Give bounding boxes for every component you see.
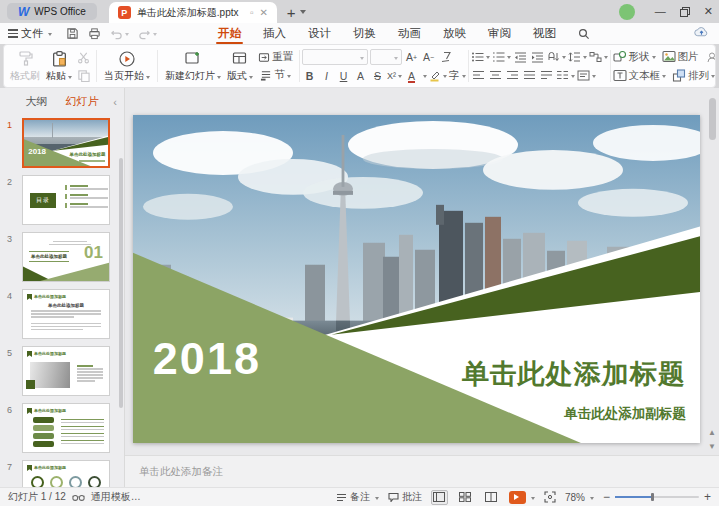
template-name[interactable]: 通用模板… [91,490,141,504]
tab-outline[interactable]: 大纲 [26,94,48,109]
underline-button[interactable]: U [336,68,351,83]
slide-sorter-view-button[interactable] [457,490,474,505]
clear-format-button[interactable] [438,50,453,65]
line-spacing-button[interactable] [568,49,587,64]
font-color-caret-icon[interactable] [423,75,427,80]
tab-slides[interactable]: 幻灯片 [66,94,99,109]
slide-thumbnail-6[interactable]: 6 单击此处添加标题 [22,403,110,453]
slide-thumbnail-7[interactable]: 7 单击此处添加标题 [22,460,110,487]
notes-area[interactable]: 单击此处添加备注 [125,455,719,487]
print-icon[interactable] [88,27,101,40]
font-color-button[interactable]: A [404,68,419,83]
justify-button[interactable] [522,68,537,83]
align-center-button[interactable] [488,68,503,83]
highlight-color-button[interactable] [429,68,447,83]
tab-transition[interactable]: 切换 [353,23,376,44]
cloud-sync-icon[interactable] [694,26,709,38]
slide-thumbnail-1[interactable]: 1 2018 单击此处添加标题 [22,118,110,168]
align-left-button[interactable] [471,68,486,83]
symbol-button[interactable] [705,49,717,64]
normal-view-button[interactable] [431,490,448,505]
bullet-list-button[interactable] [471,49,490,64]
thumbnail-art[interactable]: 单击此处添加标题 [22,346,110,396]
columns-button[interactable] [556,68,575,83]
character-border-button[interactable]: A [353,68,368,83]
play-from-current-button[interactable]: 当页开始 [101,47,153,85]
notes-toggle[interactable]: 备注 [336,490,379,504]
tab-home[interactable]: 开始 [218,23,241,44]
slide-thumbnail-4[interactable]: 4 单击此处添加标题 单击此处添加标题 [22,289,110,339]
zoom-out-button[interactable]: − [603,492,610,502]
italic-button[interactable]: I [319,68,334,83]
convert-smartart-button[interactable] [589,49,608,64]
thumbnail-art[interactable]: 2018 单击此处添加标题 [22,118,110,168]
reset-slide-button[interactable]: 重置 [258,50,293,65]
slide-title-placeholder[interactable]: 单击此处添加标题 [462,356,686,392]
close-button[interactable]: ✕ [704,6,713,17]
textbox-button[interactable]: 文本框 [613,68,667,83]
text-align-box-button[interactable] [577,68,596,83]
phonetic-guide-button[interactable]: 字 [449,68,466,83]
bold-button[interactable]: B [302,68,317,83]
text-direction-button[interactable] [547,49,566,64]
cut-button[interactable] [77,49,90,65]
reading-view-button[interactable] [483,490,500,505]
save-icon[interactable] [66,27,79,40]
decrease-indent-button[interactable] [513,49,528,64]
undo-button[interactable] [110,28,129,40]
shapes-button[interactable]: 形状 [613,49,656,64]
tab-design[interactable]: 设计 [308,23,331,44]
previous-slide-button[interactable]: ▲ [707,427,717,437]
copy-button[interactable] [77,67,90,83]
slide-thumbnail-2[interactable]: 2 目录 [22,175,110,225]
search-icon[interactable] [578,28,590,40]
sidebar-scrollbar[interactable] [119,158,123,408]
tab-preview-icon[interactable]: ▫ [250,8,254,18]
app-home-tab[interactable]: W WPS Office [7,3,97,20]
slide-thumbnail-3[interactable]: 3 单击此处添加标题 01 [22,232,110,282]
comments-toggle[interactable]: 批注 [388,490,422,504]
font-family-select[interactable] [302,49,368,65]
canvas-scrollbar[interactable] [709,98,716,140]
next-slide-button[interactable]: ▼ [707,441,717,451]
tab-slideshow[interactable]: 放映 [443,23,466,44]
slide-thumbnail-5[interactable]: 5 单击此处添加标题 [22,346,110,396]
restore-button[interactable] [680,7,690,17]
distribute-text-button[interactable] [539,68,554,83]
section-button[interactable]: 节 [258,68,293,83]
year-text[interactable]: 2018 [153,333,261,385]
account-avatar[interactable] [619,4,635,20]
file-menu[interactable]: 文件 [8,26,52,41]
new-slide-button[interactable]: 新建幻灯片 [162,47,224,85]
slide-subtitle-placeholder[interactable]: 单击此处添加副标题 [564,405,686,423]
increase-font-button[interactable]: A+ [404,50,419,65]
template-theme-icon[interactable] [72,493,85,502]
tab-insert[interactable]: 插入 [263,23,286,44]
layout-button[interactable]: 版式 [224,47,256,85]
new-tab-button[interactable]: + [287,7,296,19]
zoom-in-button[interactable]: + [704,492,711,502]
minimize-button[interactable]: — [655,6,666,17]
play-slideshow-button[interactable] [509,491,535,504]
superscript-button[interactable]: X² [387,68,402,83]
arrange-button[interactable]: 排列 [672,68,715,83]
thumbnail-art[interactable]: 单击此处添加标题 [22,460,110,487]
decrease-font-button[interactable]: A− [421,50,436,65]
collapse-panel-icon[interactable]: ‹ [113,96,117,108]
zoom-slider-handle[interactable] [651,493,654,501]
tab-list-caret-icon[interactable] [300,10,306,17]
increase-indent-button[interactable] [530,49,545,64]
numbered-list-button[interactable] [492,49,511,64]
zoom-level[interactable]: 78% [565,492,594,503]
slide-editor[interactable]: 2018 单击此处添加标题 单击此处添加副标题 [133,115,700,443]
paste-button[interactable]: 粘贴 [43,47,75,85]
font-size-select[interactable] [370,49,402,65]
picture-button[interactable]: 图片 [662,49,699,64]
strikethrough-button[interactable]: S [370,68,385,83]
thumbnail-art[interactable]: 单击此处添加标题 单击此处添加标题 [22,289,110,339]
tab-view[interactable]: 视图 [533,23,556,44]
thumbnail-art[interactable]: 单击此处添加标题 01 [22,232,110,282]
format-painter-button[interactable]: 格式刷 [7,47,43,85]
redo-button[interactable] [138,28,157,40]
zoom-slider-track[interactable] [615,496,699,498]
